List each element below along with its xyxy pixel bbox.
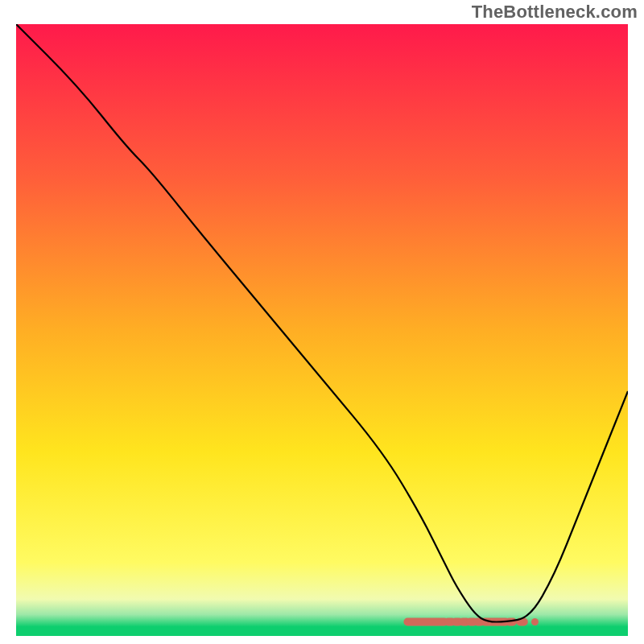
watermark-text: TheBottleneck.com (472, 2, 638, 23)
plot-area (16, 24, 628, 636)
chart-container: TheBottleneck.com (0, 0, 644, 644)
optimal-range-marker (531, 618, 539, 625)
gradient-background (16, 24, 628, 636)
chart-svg (16, 24, 628, 636)
